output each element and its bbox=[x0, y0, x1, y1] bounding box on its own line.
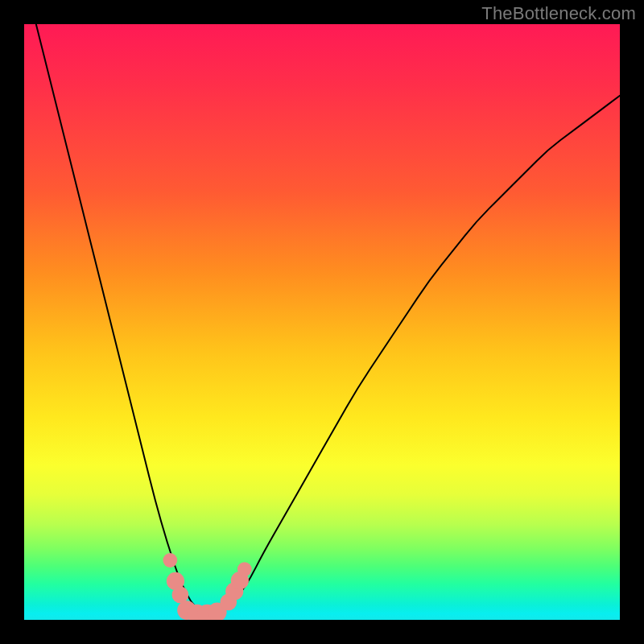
plot-svg bbox=[24, 24, 620, 620]
left-dot-1 bbox=[163, 553, 177, 568]
right-dot-4 bbox=[237, 562, 252, 576]
watermark-text: TheBottleneck.com bbox=[481, 3, 636, 24]
chart-stage: TheBottleneck.com bbox=[0, 0, 644, 644]
left-dot-3 bbox=[172, 587, 189, 604]
bottleneck-curve bbox=[24, 24, 620, 614]
plot-area bbox=[24, 24, 620, 620]
marker-layer bbox=[163, 553, 251, 620]
curve-layer bbox=[24, 24, 620, 614]
